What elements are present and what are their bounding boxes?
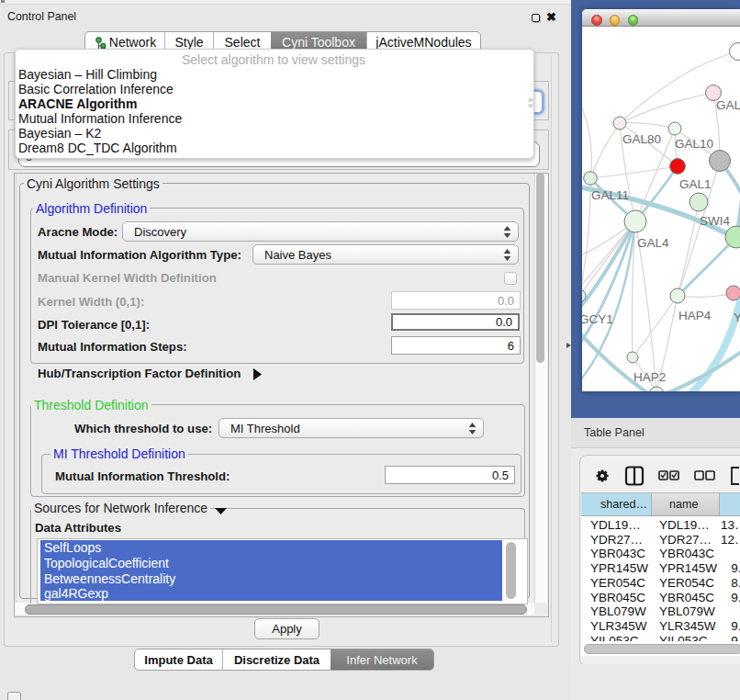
svg-text:GCY1: GCY1: [582, 312, 613, 326]
svg-text:GAL7: GAL7: [716, 98, 740, 112]
svg-text:HAP4: HAP4: [678, 309, 712, 322]
svg-text:SWI4: SWI4: [700, 214, 730, 228]
svg-text:GAL80: GAL80: [622, 132, 661, 146]
svg-text:YJ: YJ: [734, 310, 740, 324]
svg-text:GAL10: GAL10: [675, 137, 713, 151]
svg-text:GAL11: GAL11: [591, 188, 629, 202]
svg-text:GAL1: GAL1: [679, 177, 712, 191]
svg-text:HAP2: HAP2: [633, 370, 666, 384]
svg-text:GAL4: GAL4: [637, 236, 669, 250]
